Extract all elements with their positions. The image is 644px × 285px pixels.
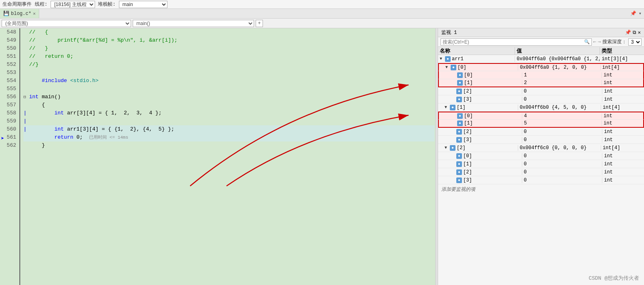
watch-row-arr1-0-3[interactable]: ▶ ◆ [3] 0 int <box>438 95 644 103</box>
col-val-arr1-0-1: 2 <box>522 80 602 86</box>
tab-close-button[interactable]: ✕ <box>33 11 36 16</box>
var-icon-arr1-0: ◆ <box>451 65 456 70</box>
thread-select[interactable]: [18156] 主线程 <box>51 1 95 8</box>
watch-search-input[interactable] <box>443 39 584 45</box>
current-line-indicator: ➤ <box>1 135 4 142</box>
line-numbers: 548 549 550 551 552 553 554 555 556 557 … <box>0 28 20 285</box>
watermark: CSDN @想成为传火者 <box>589 274 639 282</box>
col-val-arr1-0-0: 1 <box>522 72 602 78</box>
col-name-header: 名称 <box>438 47 515 55</box>
var-icon-arr1-1: ◆ <box>450 105 455 110</box>
col-name-arr1-1: ▼ ◆ [1] <box>438 105 518 110</box>
col-val-arr1: 0x004ff6a0 {0x004ff6a0 {1, 2, 0, 0}, 0x0… <box>515 56 600 62</box>
depth-label: 搜索深度： <box>602 38 627 45</box>
code-line-552: //} <box>23 61 434 69</box>
col-name-arr1-0: ▼ ◆ [0] <box>439 65 518 70</box>
watch-row-arr1-2-2[interactable]: ▶ ◆ [2] 0 int <box>438 168 644 176</box>
watch-row-arr1-0-0[interactable]: ▶ ◆ [0] 1 int <box>438 71 644 79</box>
col-type-arr1-0: int[4] <box>601 65 643 70</box>
watch-row-arr1-1-0[interactable]: ▶ ◆ [0] 4 int <box>438 112 644 120</box>
col-val-header: 值 <box>515 47 600 55</box>
code-line-554: #include <stdio.h> <box>23 77 434 85</box>
code-line-562: } <box>23 141 434 150</box>
watch-pin-icon[interactable]: 📌 <box>625 30 631 36</box>
event-label: 生命周期事件 <box>2 1 32 8</box>
watch-title: 监视 1 <box>441 29 623 36</box>
watch-row-arr1[interactable]: ▼ ◆ arr1 0x004ff6a0 {0x004ff6a0 {1, 2, 0… <box>438 55 644 63</box>
code-line-559: | <box>23 117 434 125</box>
tab-bar: 💾 blog.c* ✕ 📌 ▾ <box>0 9 644 19</box>
scope-bar: (全局范围) main() + <box>0 19 644 28</box>
code-line-550: // } <box>23 44 434 53</box>
col-val-arr1-2: 0x004ff6c0 {0, 0, 0, 0} <box>518 145 601 151</box>
tab-actions: 📌 ▾ <box>628 9 644 18</box>
col-type-arr1-1: int[4] <box>601 105 644 110</box>
watch-row-arr1-2-1[interactable]: ▶ ◆ [1] 0 int <box>438 160 644 168</box>
expand-arr1-2[interactable]: ▼ <box>445 146 449 150</box>
watch-row-arr1-1-2[interactable]: ▶ ◆ [2] 0 int <box>438 128 644 136</box>
search-icon: 🔍 <box>584 39 590 44</box>
code-line-560: | int arr1[3][4] = { {1, 2}, {4, 5} }; <box>23 125 434 133</box>
col-name-arr1-1-0: ▶ ◆ [0] <box>439 113 522 119</box>
col-name-arr1-0-1: ▶ ◆ [1] <box>439 80 522 86</box>
expand-arr1[interactable]: ▼ <box>440 57 444 61</box>
file-tab[interactable]: 💾 blog.c* ✕ <box>0 9 39 18</box>
col-name-arr1-1-1: ▶ ◆ [1] <box>439 120 522 126</box>
watch-row-arr1-2-0[interactable]: ▶ ◆ [0] 0 int <box>438 152 644 160</box>
line-label: 线程: <box>35 1 47 8</box>
watch-row-arr1-0-1[interactable]: ▶ ◆ [1] 2 int <box>438 79 644 87</box>
code-line-548: // { <box>23 28 434 36</box>
watch-toolbar: 🔍 ← → 搜索深度： 3 <box>438 37 644 47</box>
var-icon-arr1-2: ◆ <box>450 145 455 151</box>
watch-float-icon[interactable]: ⧉ <box>633 30 636 36</box>
tab-filename: blog.c* <box>11 11 31 17</box>
code-line-556: ⊟ int main() <box>23 93 434 101</box>
add-watch[interactable]: 添加要监视的项 <box>438 184 644 194</box>
var-icon-arr1-0-1: ◆ <box>457 80 463 86</box>
watch-row-arr1-0[interactable]: ▼ ◆ [0] 0x004ff6a0 {1, 2, 0, 0} int[4] <box>438 63 644 71</box>
watch-row-arr1-1-1[interactable]: ▶ ◆ [1] 5 int <box>438 120 644 128</box>
watch-search-box[interactable]: 🔍 <box>441 38 592 46</box>
watch-row-arr1-1-3[interactable]: ▶ ◆ [3] 0 int <box>438 136 644 144</box>
top-toolbar: 生命周期事件 线程: [18156] 主线程 堆栈帧: main <box>0 0 644 9</box>
code-line-553 <box>23 69 434 77</box>
col-name-arr1-0-3: ▶ ◆ [3] <box>438 97 522 102</box>
col-val-arr1-1: 0x004ff6b0 {4, 5, 0, 0} <box>518 105 601 110</box>
func-select[interactable]: main() <box>133 20 254 27</box>
right-margin <box>435 28 438 285</box>
col-name-arr1-0-2: ▶ ◆ [2] <box>438 89 522 94</box>
col-name-arr1-0-0: ▶ ◆ [0] <box>439 72 522 78</box>
code-line-549: // printf("&arr[%d] = %p\n", i, &arr[i])… <box>23 36 434 44</box>
watch-row-arr1-0-2[interactable]: ▶ ◆ [2] 0 int <box>438 87 644 95</box>
col-val-arr1-0: 0x004ff6a0 {1, 2, 0, 0} <box>518 65 601 70</box>
nav-forward-icon[interactable]: → <box>598 39 601 45</box>
pin-icon[interactable]: 📌 <box>629 11 637 17</box>
watch-row-arr1-2-3[interactable]: ▶ ◆ [3] 0 int <box>438 176 644 184</box>
expand-button[interactable]: + <box>256 20 263 27</box>
watch-close-icon[interactable]: ✕ <box>638 30 641 36</box>
col-name-arr1: ▼ ◆ arr1 <box>438 56 515 62</box>
scope-select[interactable]: (全局范围) <box>2 20 131 27</box>
tab-save-icon: 💾 <box>3 11 9 17</box>
watch-row-arr1-1[interactable]: ▼ ◆ [1] 0x004ff6b0 {4, 5, 0, 0} int[4] <box>438 103 644 112</box>
expand-arr1-1[interactable]: ▼ <box>445 105 449 110</box>
stack-select[interactable]: main <box>119 1 167 8</box>
col-type-arr1: int[3][4] <box>600 56 644 62</box>
depth-select[interactable]: 3 <box>628 38 642 46</box>
col-type-arr1-0-1: int <box>602 80 643 86</box>
code-line-561: return 0; 已用时间 <= 14ms <box>23 133 434 141</box>
code-line-551: // return 0; <box>23 53 434 61</box>
watch-panel: 监视 1 📌 ⧉ ✕ 🔍 ← → 搜索深度： 3 名称 值 类型 <box>438 28 644 285</box>
expand-arr1-0[interactable]: ▼ <box>445 65 449 70</box>
var-icon-arr1: ◆ <box>445 56 451 62</box>
watch-row-arr1-2[interactable]: ▼ ◆ [2] 0x004ff6c0 {0, 0, 0, 0} int[4] <box>438 144 644 152</box>
code-line-555 <box>23 85 434 93</box>
chevron-down-icon[interactable]: ▾ <box>638 11 642 17</box>
col-name-arr1-2: ▼ ◆ [2] <box>438 145 518 151</box>
code-line-558: | int arr[3][4] = { 1, 2, 3, 4 }; <box>23 109 434 117</box>
watch-table: ▼ ◆ arr1 0x004ff6a0 {0x004ff6a0 {1, 2, 0… <box>438 55 644 285</box>
nav-back-icon[interactable]: ← <box>593 39 596 45</box>
code-lines: // { // printf("&arr[%d] = %p\n", i, &ar… <box>20 28 438 285</box>
col-type-header: 类型 <box>600 47 644 55</box>
watch-header: 监视 1 📌 ⧉ ✕ <box>438 28 644 37</box>
